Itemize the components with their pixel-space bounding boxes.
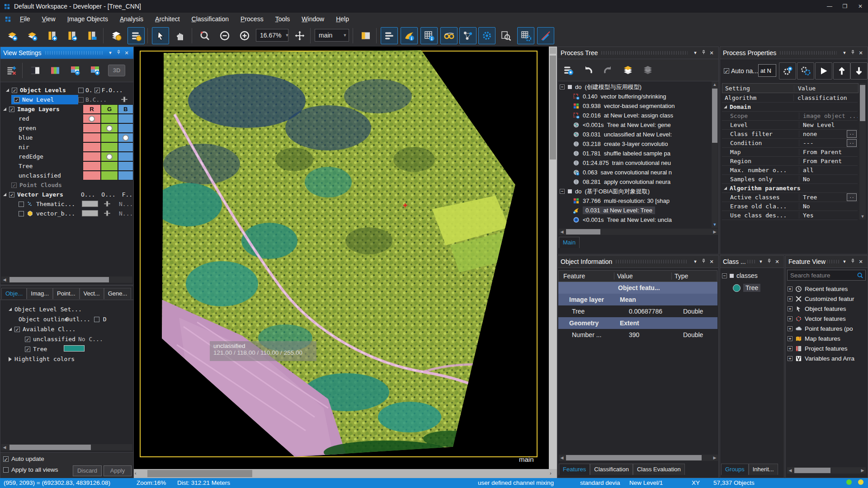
menu-window[interactable]: Window: [296, 13, 330, 25]
zoom-out-button[interactable]: [216, 27, 233, 44]
level-panel-hscrollbar[interactable]: ◀: [1, 444, 132, 450]
object-outline-node[interactable]: Object outline: [19, 316, 68, 323]
panel-menu-icon[interactable]: [757, 258, 765, 265]
tab-point-clouds[interactable]: Point...: [53, 288, 79, 299]
selected-process-row[interactable]: 0.031at New Level: Tree: [583, 206, 655, 214]
zoom-in-button[interactable]: [236, 27, 253, 44]
new-level-checkbox[interactable]: [14, 97, 19, 103]
expand-icon[interactable]: [788, 286, 793, 291]
pp-row-active-classes[interactable]: Active classesTree..: [722, 192, 858, 202]
transparency-slider[interactable]: [119, 95, 130, 103]
fv-object-features[interactable]: Object features: [805, 305, 846, 312]
menu-architect[interactable]: Architect: [149, 13, 185, 25]
fv-point-features[interactable]: Point features (po: [805, 325, 853, 332]
run-to-button[interactable]: [639, 61, 656, 79]
channel-cell-nir-G[interactable]: [101, 142, 118, 152]
close-icon[interactable]: [708, 49, 716, 56]
channel-cell-blue-R[interactable]: [83, 133, 101, 142]
pp-row-erase-old[interactable]: Erase old cla...No: [722, 202, 858, 211]
classes-root-node[interactable]: classes: [722, 272, 758, 279]
class-tree-node[interactable]: Tree: [733, 284, 760, 292]
channel-cell-Tree-G[interactable]: [101, 161, 118, 171]
vector-layers-checkbox[interactable]: [9, 192, 14, 197]
object-features-row[interactable]: Object featu...: [558, 282, 717, 294]
menu-help[interactable]: Help: [330, 13, 355, 25]
tab-object-levels[interactable]: Obje...: [1, 288, 27, 299]
expand-icon[interactable]: [788, 336, 793, 341]
expander-icon[interactable]: [6, 89, 9, 92]
vector-b-color-swatch[interactable]: [82, 210, 98, 216]
expander-icon[interactable]: [3, 108, 6, 111]
undo-button[interactable]: [580, 61, 597, 79]
pp-row-map[interactable]: MapFrom Parent: [722, 147, 858, 157]
channel-cell-redEdge-B[interactable]: [118, 152, 133, 161]
channel-cell-green-G[interactable]: [101, 123, 118, 133]
select-tool-button[interactable]: [152, 27, 169, 44]
pin-icon[interactable]: [849, 49, 857, 56]
navigate-button[interactable]: [291, 27, 308, 44]
tab-class-evaluation[interactable]: Class Evaluation: [633, 464, 685, 475]
thematic-checkbox[interactable]: [19, 202, 24, 207]
object-levels-checkbox[interactable]: [12, 88, 17, 93]
vector-b-slider[interactable]: [102, 209, 113, 217]
expand-icon[interactable]: [788, 326, 793, 331]
channel-cell-blue-G[interactable]: [101, 133, 118, 142]
split-view-button[interactable]: [357, 27, 374, 44]
pixel-view-button[interactable]: [478, 27, 495, 44]
tab-main[interactable]: Main: [559, 237, 580, 248]
channel-cell-nir-R[interactable]: [83, 142, 101, 152]
menu-file[interactable]: File: [14, 13, 36, 25]
ellipsis-button[interactable]: ..: [847, 193, 857, 201]
tree-mean-row[interactable]: Tree0.00687786Double: [558, 305, 717, 317]
single-layer-view-button[interactable]: [27, 62, 44, 79]
add-layer-button[interactable]: [86, 62, 104, 79]
view-settings-header[interactable]: View Settings: [0, 47, 133, 59]
tab-general[interactable]: Gene...: [104, 288, 132, 299]
layer-rededge[interactable]: redEdge: [19, 153, 43, 160]
view-process-tree-button[interactable]: [127, 27, 145, 44]
process-tree-hscrollbar[interactable]: ◀ ▶: [559, 229, 718, 235]
tab-image-layers[interactable]: Imag...: [27, 288, 53, 299]
collapse-icon[interactable]: [560, 84, 565, 89]
area-zoom-button[interactable]: [196, 27, 213, 44]
view-settings-hscrollbar[interactable]: ◀: [1, 277, 132, 283]
view-workspace-button[interactable]: [108, 27, 125, 44]
edit-level-list-button[interactable]: [2, 62, 19, 79]
channel-cell-unclassified-B[interactable]: [118, 171, 133, 180]
menu-process[interactable]: Process: [235, 13, 269, 25]
o-checkbox[interactable]: [78, 88, 84, 93]
tree-class-node[interactable]: Tree: [33, 346, 47, 352]
tree-class-color[interactable]: [64, 345, 85, 352]
menu-view[interactable]: View: [36, 13, 61, 25]
thematic-layer-label[interactable]: Thematic...: [36, 201, 75, 207]
save-process-button[interactable]: [560, 61, 577, 79]
process-properties-header[interactable]: Process Properties: [720, 47, 868, 59]
layer-green[interactable]: green: [19, 125, 36, 131]
feature-view-hscrollbar[interactable]: ◀ ▶: [787, 467, 866, 474]
pp-row-algorithm[interactable]: Algorithmclassification: [722, 93, 858, 103]
ellipsis-button[interactable]: ..: [847, 130, 857, 138]
close-button[interactable]: ✕: [853, 1, 868, 11]
pin-icon[interactable]: [114, 49, 123, 56]
panel-menu-icon[interactable]: [691, 49, 699, 56]
pan-tool-button[interactable]: [172, 27, 189, 44]
panel-menu-icon[interactable]: [840, 49, 849, 56]
create-workspace-button[interactable]: [4, 27, 21, 44]
close-icon[interactable]: [773, 258, 781, 265]
view-layer-list-button[interactable]: [381, 27, 398, 44]
export-project-button[interactable]: [63, 27, 80, 44]
remove-layer-button[interactable]: [66, 62, 84, 79]
channel-cell-green-R[interactable]: [83, 123, 101, 133]
feature-view-header[interactable]: Feature View: [786, 256, 868, 268]
fv-recent-features[interactable]: Recent features: [805, 286, 848, 292]
edit-process-button[interactable]: [797, 62, 814, 80]
layer-nir[interactable]: nir: [19, 144, 29, 150]
vector-b-layer-label[interactable]: vector_b...: [36, 210, 75, 217]
apply-button[interactable]: Apply: [104, 465, 132, 476]
map-vscrollbar[interactable]: [549, 47, 557, 469]
expander-icon[interactable]: [3, 193, 6, 196]
edit-polygons-button[interactable]: [537, 27, 554, 44]
unclassified-checkbox[interactable]: [25, 337, 30, 342]
layer-blue[interactable]: blue: [19, 134, 33, 141]
map-hscrollbar[interactable]: ‹ ›: [134, 469, 557, 478]
